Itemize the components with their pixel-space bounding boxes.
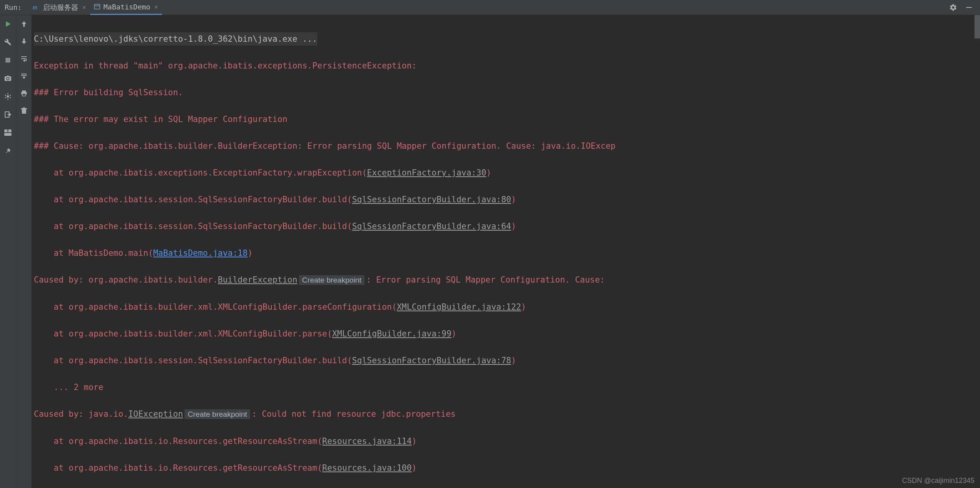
source-link[interactable]: XMLConfigBuilder.java:99 xyxy=(332,329,451,338)
svg-point-5 xyxy=(7,95,9,98)
stderr-line: ### The error may exist in SQL Mapper Co… xyxy=(34,113,980,126)
run-label: Run: xyxy=(5,3,22,11)
profiler-icon[interactable] xyxy=(3,91,13,102)
stderr-line: ### Error building SqlSession. xyxy=(34,86,980,99)
stderr-line: at org.apache.ibatis.exceptions.Exceptio… xyxy=(34,168,367,177)
source-link[interactable]: Resources.java:100 xyxy=(322,463,412,473)
tab-label: MaBatisDemo xyxy=(103,3,150,11)
stderr-line: at org.apache.ibatis.session.SqlSessionF… xyxy=(34,356,352,365)
source-link[interactable]: ExceptionFactory.java:30 xyxy=(367,168,486,177)
stderr-line: Caused by: java.io. xyxy=(34,409,128,419)
layout-icon[interactable] xyxy=(3,128,13,138)
svg-rect-15 xyxy=(4,133,11,136)
svg-point-6 xyxy=(7,93,9,94)
svg-rect-4 xyxy=(6,58,10,63)
source-link[interactable]: XMLConfigBuilder.java:122 xyxy=(397,302,521,312)
rerun-icon[interactable] xyxy=(3,19,13,29)
application-icon xyxy=(94,4,100,10)
stderr-line: at org.apache.ibatis.io.Resources.getRes… xyxy=(34,463,322,473)
source-link[interactable]: SqlSessionFactoryBuilder.java:78 xyxy=(352,356,511,365)
svg-text:m: m xyxy=(33,4,37,11)
source-link[interactable]: SqlSessionFactoryBuilder.java:80 xyxy=(352,195,511,204)
print-icon[interactable] xyxy=(19,88,29,98)
run-toolbar: Run: m 启动服务器 × MaBatisDemo × xyxy=(0,0,980,15)
maven-icon: m xyxy=(33,4,40,11)
stderr-line: Exception in thread "main" org.apache.ib… xyxy=(34,59,980,72)
stderr-line: at MaBatisDemo.main( xyxy=(34,248,153,258)
svg-rect-1 xyxy=(94,4,100,9)
stderr-line: at org.apache.ibatis.session.SqlSessionF… xyxy=(34,222,352,231)
console-output[interactable]: C:\Users\lenovo\.jdks\corretto-1.8.0_362… xyxy=(31,15,980,488)
vertical-scrollbar[interactable] xyxy=(974,15,980,39)
stderr-line: at org.apache.ibatis.builder.xml.XMLConf… xyxy=(34,329,332,338)
close-icon[interactable]: × xyxy=(82,4,86,11)
exception-link[interactable]: BuilderException xyxy=(218,275,297,285)
stderr-line: ... 2 more xyxy=(34,381,980,394)
source-link[interactable]: SqlSessionFactoryBuilder.java:64 xyxy=(352,222,511,231)
pin-icon[interactable] xyxy=(3,146,13,156)
watermark: CSDN @caijimin12345 xyxy=(902,477,974,485)
stop-icon[interactable] xyxy=(3,55,13,65)
command-line: C:\Users\lenovo\.jdks\corretto-1.8.0_362… xyxy=(34,32,317,46)
left-gutter-1 xyxy=(0,15,16,488)
create-breakpoint-button[interactable]: Create breakpoint xyxy=(184,409,250,419)
close-icon[interactable]: × xyxy=(154,3,158,11)
svg-rect-16 xyxy=(22,91,26,92)
tab-launch-server[interactable]: m 启动服务器 × xyxy=(29,0,90,15)
camera-icon[interactable] xyxy=(3,73,13,83)
exception-link[interactable]: IOException xyxy=(128,409,183,419)
source-link[interactable]: MaBatisDemo.java:18 xyxy=(153,248,247,258)
stderr-line: Caused by: org.apache.ibatis.builder. xyxy=(34,275,218,285)
left-gutter-2 xyxy=(16,15,31,488)
svg-point-10 xyxy=(5,97,6,98)
stderr-line: ### Cause: org.apache.ibatis.builder.Bui… xyxy=(34,139,980,153)
exitcode-icon[interactable] xyxy=(3,109,13,120)
svg-rect-3 xyxy=(966,7,972,8)
svg-point-11 xyxy=(7,99,9,100)
trash-icon[interactable] xyxy=(19,105,29,116)
scroll-to-end-icon[interactable] xyxy=(19,71,29,81)
svg-point-9 xyxy=(5,95,6,96)
soft-wrap-icon[interactable] xyxy=(19,54,29,64)
svg-point-7 xyxy=(10,95,11,96)
tab-mabatisdemo[interactable]: MaBatisDemo × xyxy=(90,0,162,15)
down-arrow-icon[interactable] xyxy=(19,36,29,46)
svg-rect-14 xyxy=(8,129,11,132)
svg-point-8 xyxy=(10,97,11,98)
stderr-line: at org.apache.ibatis.builder.xml.XMLConf… xyxy=(34,302,397,312)
source-link[interactable]: Resources.java:114 xyxy=(322,436,412,446)
stderr-line: at org.apache.ibatis.io.Resources.getRes… xyxy=(34,436,322,446)
svg-rect-13 xyxy=(4,129,7,132)
tab-label: 启动服务器 xyxy=(43,3,78,12)
svg-rect-18 xyxy=(22,94,26,96)
create-breakpoint-button[interactable]: Create breakpoint xyxy=(299,275,365,285)
up-arrow-icon[interactable] xyxy=(19,19,29,29)
settings-icon[interactable] xyxy=(948,2,959,13)
wrench-icon[interactable] xyxy=(3,37,13,47)
stderr-line: at org.apache.ibatis.session.SqlSessionF… xyxy=(34,195,352,204)
minimize-icon[interactable] xyxy=(963,2,974,13)
